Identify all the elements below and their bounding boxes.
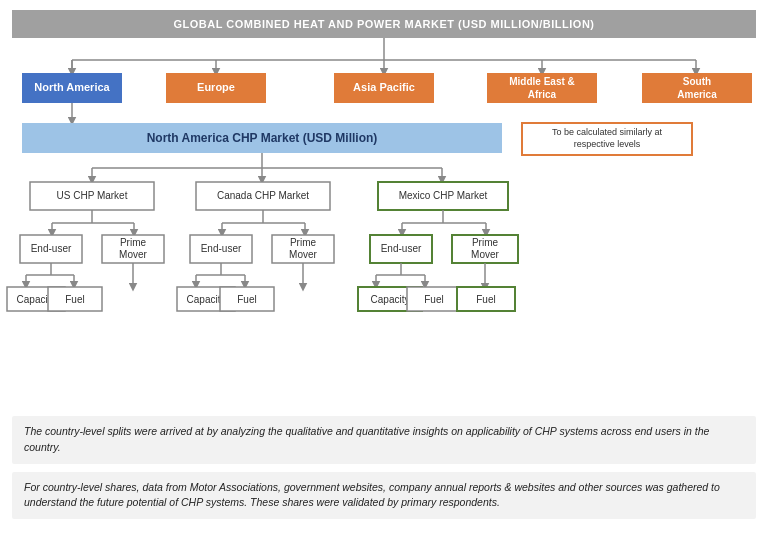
svg-text:Prime: Prime <box>472 237 499 248</box>
svg-text:US CHP Market: US CHP Market <box>57 190 128 201</box>
diagram-svg: North America Europe Asia Pacific Middle… <box>12 38 756 408</box>
svg-text:Fuel: Fuel <box>237 294 256 305</box>
svg-text:Mover: Mover <box>289 249 317 260</box>
svg-text:Capacity: Capacity <box>371 294 410 305</box>
svg-text:respective levels: respective levels <box>574 139 641 149</box>
svg-text:Fuel: Fuel <box>65 294 84 305</box>
svg-text:Canada CHP Market: Canada CHP Market <box>217 190 309 201</box>
svg-text:To be calculated similarly  at: To be calculated similarly at <box>552 127 663 137</box>
svg-text:North America: North America <box>34 81 110 93</box>
svg-text:Europe: Europe <box>197 81 235 93</box>
footnote-1: The country-level splits were arrived at… <box>12 416 756 464</box>
svg-text:Middle East &: Middle East & <box>509 76 575 87</box>
svg-text:South: South <box>683 76 711 87</box>
svg-text:North America CHP Market (USD : North America CHP Market (USD Million) <box>147 131 378 145</box>
footnote-2: For country-level shares, data from Moto… <box>12 472 756 520</box>
svg-text:End-user: End-user <box>381 243 422 254</box>
svg-text:America: America <box>677 89 717 100</box>
svg-text:Asia Pacific: Asia Pacific <box>353 81 415 93</box>
svg-text:Africa: Africa <box>528 89 557 100</box>
svg-text:Fuel: Fuel <box>476 294 495 305</box>
svg-text:Fuel: Fuel <box>424 294 443 305</box>
svg-text:Mexico CHP Market: Mexico CHP Market <box>399 190 488 201</box>
svg-text:Mover: Mover <box>119 249 147 260</box>
svg-text:End-user: End-user <box>201 243 242 254</box>
svg-text:Prime: Prime <box>120 237 147 248</box>
main-title: GLOBAL COMBINED HEAT AND POWER MARKET (U… <box>12 10 756 38</box>
svg-text:Prime: Prime <box>290 237 317 248</box>
svg-text:End-user: End-user <box>31 243 72 254</box>
svg-text:Mover: Mover <box>471 249 499 260</box>
